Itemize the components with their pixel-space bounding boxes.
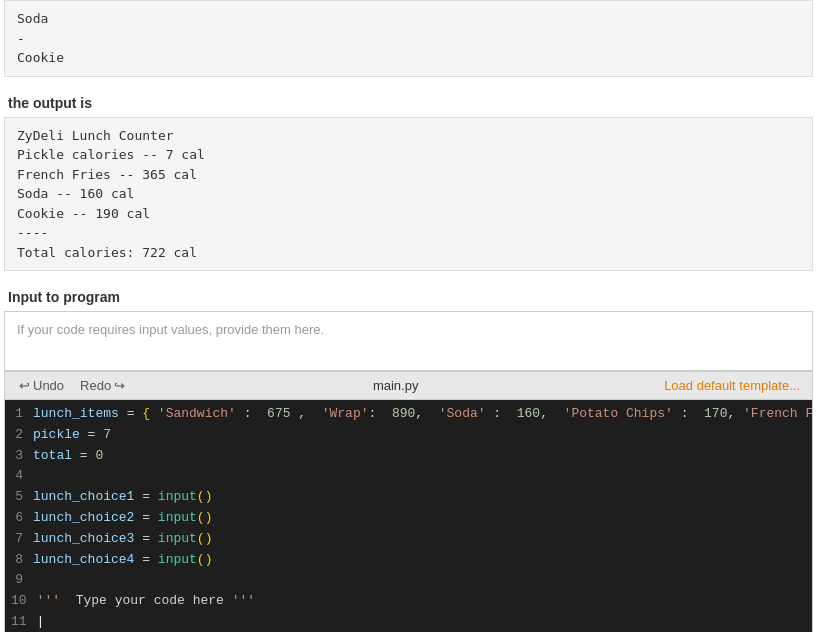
output-cookie: Cookie -- 190 cal — [17, 204, 800, 224]
line-content-6: lunch_choice2 = input() — [33, 508, 812, 529]
load-template-button[interactable]: Load default template... — [660, 376, 804, 395]
program-output-box: ZyDeli Lunch Counter Pickle calories -- … — [4, 117, 813, 272]
code-line-6: 6 lunch_choice2 = input() — [5, 508, 812, 529]
output-line-dash: - — [17, 29, 800, 49]
code-editor[interactable]: 1 lunch_items = { 'Sandwich' : 675 , 'Wr… — [5, 400, 812, 632]
line-num-10: 10 — [5, 591, 37, 612]
small-output-box: Soda - Cookie — [4, 0, 813, 77]
output-soda: Soda -- 160 cal — [17, 184, 800, 204]
line-content-5: lunch_choice1 = input() — [33, 487, 812, 508]
output-pickle: Pickle calories -- 7 cal — [17, 145, 800, 165]
redo-icon: ↪ — [114, 378, 125, 393]
redo-button[interactable]: Redo ↪ — [74, 376, 131, 395]
input-area[interactable]: If your code requires input values, prov… — [4, 311, 813, 371]
line-num-3: 3 — [5, 446, 33, 467]
line-num-6: 6 — [5, 508, 33, 529]
output-total: Total calories: 722 cal — [17, 243, 800, 263]
input-section-label: Input to program — [4, 281, 813, 311]
editor-toolbar: ↩ Undo Redo ↪ main.py Load default templ… — [5, 372, 812, 400]
line-num-8: 8 — [5, 550, 33, 571]
code-line-9: 9 — [5, 570, 812, 591]
output-section-label: the output is — [4, 87, 813, 117]
code-line-11: 11 — [5, 612, 812, 632]
output-line-soda: Soda — [17, 9, 800, 29]
undo-button[interactable]: ↩ Undo — [13, 376, 70, 395]
code-line-4: 4 — [5, 466, 812, 487]
output-line-cookie: Cookie — [17, 48, 800, 68]
line-content-3: total = 0 — [33, 446, 812, 467]
code-line-5: 5 lunch_choice1 = input() — [5, 487, 812, 508]
code-line-3: 3 total = 0 — [5, 446, 812, 467]
redo-label: Redo — [80, 378, 111, 393]
line-content-11 — [37, 612, 812, 632]
output-divider: ---- — [17, 223, 800, 243]
line-content-1: lunch_items = { 'Sandwich' : 675 , 'Wrap… — [33, 404, 812, 425]
code-line-2: 2 pickle = 7 — [5, 425, 812, 446]
output-title: ZyDeli Lunch Counter — [17, 126, 800, 146]
output-fries: French Fries -- 365 cal — [17, 165, 800, 185]
line-num-1: 1 — [5, 404, 33, 425]
line-num-7: 7 — [5, 529, 33, 550]
input-placeholder-text: If your code requires input values, prov… — [17, 322, 324, 337]
code-line-8: 8 lunch_choice4 = input() — [5, 550, 812, 571]
line-content-2: pickle = 7 — [33, 425, 812, 446]
line-num-4: 4 — [5, 466, 33, 487]
line-num-11: 11 — [5, 612, 37, 632]
filename-label: main.py — [135, 378, 656, 393]
line-content-7: lunch_choice3 = input() — [33, 529, 812, 550]
code-line-10: 10 ''' Type your code here ''' — [5, 591, 812, 612]
undo-icon: ↩ — [19, 378, 30, 393]
code-line-1: 1 lunch_items = { 'Sandwich' : 675 , 'Wr… — [5, 404, 812, 425]
code-editor-container: ↩ Undo Redo ↪ main.py Load default templ… — [4, 371, 813, 632]
line-num-5: 5 — [5, 487, 33, 508]
line-content-10: ''' Type your code here ''' — [37, 591, 812, 612]
undo-label: Undo — [33, 378, 64, 393]
line-num-2: 2 — [5, 425, 33, 446]
line-content-8: lunch_choice4 = input() — [33, 550, 812, 571]
code-line-7: 7 lunch_choice3 = input() — [5, 529, 812, 550]
line-num-9: 9 — [5, 570, 33, 591]
